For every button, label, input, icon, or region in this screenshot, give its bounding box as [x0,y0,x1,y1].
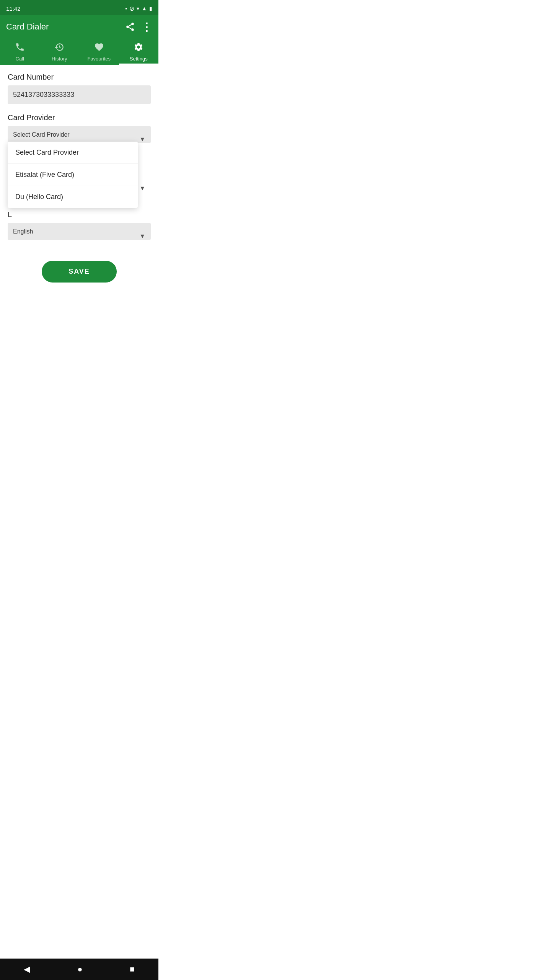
signal-icon: ▲ [142,5,147,11]
tab-favourites-label: Favourites [87,56,111,62]
svg-point-0 [131,23,134,25]
status-bar: 11:42 ▪ ⊘ ▾ ▲ ▮ [0,0,158,15]
favourites-icon [94,42,104,54]
tab-history-label: History [52,56,67,62]
settings-icon [134,42,143,54]
popup-item-du[interactable]: Du (Hello Card) [8,186,138,208]
battery-icon: ▮ [149,5,152,11]
language-dropdown-wrapper[interactable]: English Arabic ▼ [8,223,151,249]
tab-history[interactable]: History [40,39,80,65]
tab-favourites[interactable]: Favourites [79,39,119,65]
popup-item-select[interactable]: Select Card Provider [8,142,138,164]
popup-item-etisalat[interactable]: Etisalat (Five Card) [8,164,138,186]
language-section: L English Arabic ▼ [8,210,151,249]
no-disturb-icon: ⊘ [129,5,134,12]
tab-bar: Call History Favourites Settings [0,38,158,65]
svg-line-3 [129,28,131,29]
language-select[interactable]: English Arabic [8,223,151,240]
card-provider-select[interactable]: Select Card Provider Etisalat (Five Card… [8,126,151,143]
tab-settings-label: Settings [130,56,148,62]
sd-card-icon: ▪ [125,5,127,11]
share-icon[interactable] [125,22,135,32]
status-time: 11:42 [6,5,21,12]
tab-settings[interactable]: Settings [119,39,159,65]
svg-line-4 [129,24,131,26]
card-number-label: Card Number [8,73,151,82]
svg-point-1 [126,26,129,28]
tab-call[interactable]: Call [0,39,40,65]
card-number-input[interactable] [8,85,151,104]
more-options-icon[interactable]: ⋮ [141,21,152,33]
app-bar-actions: ⋮ [125,21,152,33]
tab-call-label: Call [16,56,24,62]
card-number-section: Card Number [8,73,151,113]
status-icons: ▪ ⊘ ▾ ▲ ▮ [125,5,152,12]
card-provider-label: Card Provider [8,113,151,122]
wifi-icon: ▾ [137,5,139,11]
history-icon [54,42,64,54]
dropdown-popup: Select Card Provider Etisalat (Five Card… [8,142,138,208]
currency-chevron-icon: ▼ [139,185,145,192]
app-title: Card Dialer [6,22,49,32]
language-label-partial: L [8,210,151,219]
call-icon [15,42,25,54]
app-bar: Card Dialer ⋮ [0,15,158,38]
save-button[interactable]: SAVE [42,261,117,283]
svg-point-2 [131,28,134,31]
